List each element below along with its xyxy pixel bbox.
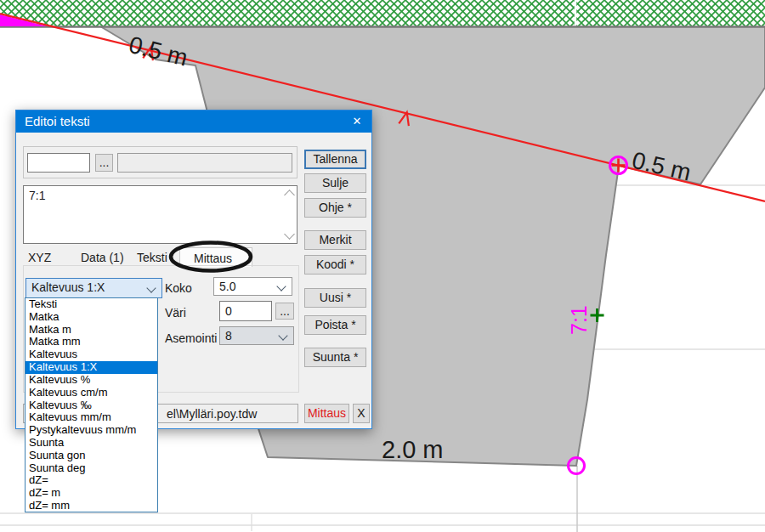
text-content-area[interactable]: 7:1 bbox=[23, 185, 298, 244]
merkit-button[interactable]: Merkit bbox=[304, 230, 366, 250]
koodi-button[interactable]: Koodi * bbox=[304, 255, 366, 274]
point-marker-circle-plus bbox=[610, 157, 627, 174]
id-input-value bbox=[28, 154, 89, 159]
tallenna-button[interactable]: Tallenna bbox=[304, 150, 366, 169]
uusi-button[interactable]: Uusi * bbox=[304, 288, 366, 308]
scroll-down-icon[interactable] bbox=[284, 229, 295, 240]
dropdown-option[interactable]: Matka bbox=[26, 311, 157, 324]
dim-label-ratio: 7:1 bbox=[567, 305, 591, 335]
dropdown-option[interactable]: Pystykaltevuus mm/m bbox=[26, 424, 157, 437]
poista-button[interactable]: Poista * bbox=[304, 315, 366, 335]
text-content-value: 7:1 bbox=[24, 186, 297, 205]
tab-xyz[interactable]: XYZ bbox=[23, 250, 81, 266]
dropdown-option[interactable]: Kaltevuus cm/m bbox=[26, 387, 157, 399]
tab-teksti[interactable]: Teksti bbox=[132, 250, 183, 266]
close-icon[interactable]: ✕ bbox=[343, 110, 371, 133]
ohje-button[interactable]: Ohje * bbox=[304, 198, 366, 218]
dropdown-option[interactable]: Teksti bbox=[26, 298, 157, 311]
dropdown-option[interactable]: Kaltevuus mm/m bbox=[26, 411, 157, 424]
dropdown-option[interactable]: Suunta bbox=[26, 437, 157, 450]
tab-data[interactable]: Data (1) bbox=[76, 250, 137, 266]
clear-button[interactable]: X bbox=[353, 404, 370, 423]
asemointi-label: Asemointi bbox=[165, 330, 217, 347]
dropdown-option[interactable]: dZ= m bbox=[26, 487, 157, 500]
vari-input[interactable]: 0 bbox=[219, 301, 272, 321]
dim-label-width-bottom: 2.0 m bbox=[382, 436, 444, 463]
dropdown-option[interactable]: Kaltevuus bbox=[26, 348, 157, 361]
dropdown-option[interactable]: dZ= bbox=[26, 474, 157, 487]
dialog-titlebar[interactable]: Editoi teksti ✕ bbox=[16, 110, 371, 133]
id-browse-button[interactable]: ... bbox=[95, 154, 113, 172]
sulje-button[interactable]: Sulje bbox=[304, 173, 366, 193]
dropdown-option[interactable]: Matka m bbox=[26, 324, 157, 337]
dropdown-option[interactable]: Kaltevuus % bbox=[26, 374, 157, 387]
asemointi-combobox[interactable]: 8 bbox=[219, 326, 294, 345]
name-readonly-field bbox=[117, 153, 292, 173]
suunta-button[interactable]: Suunta * bbox=[304, 348, 366, 367]
vari-value: 0 bbox=[220, 302, 271, 320]
dropdown-option[interactable]: Kaltevuus ‰ bbox=[26, 399, 157, 412]
dropdown-option[interactable]: Suunta deg bbox=[26, 462, 157, 475]
text-type-dropdown-list[interactable]: Teksti Matka Matka m Matka mm Kaltevuus … bbox=[25, 297, 158, 512]
dropdown-option[interactable]: Matka mm bbox=[26, 336, 157, 348]
tab-mittaus[interactable]: Mittaus bbox=[179, 247, 252, 267]
dropdown-option[interactable]: Suunta gon bbox=[26, 450, 157, 462]
dialog-title: Editoi teksti bbox=[25, 110, 90, 133]
mittaus-mode-button[interactable]: Mittaus bbox=[304, 404, 349, 423]
dropdown-option-selected[interactable]: Kaltevuus 1:X bbox=[26, 361, 157, 374]
text-type-value: Kaltevuus 1:X bbox=[26, 279, 162, 297]
dropdown-option[interactable]: dZ= mm bbox=[26, 500, 157, 512]
text-type-combobox[interactable]: Kaltevuus 1:X bbox=[26, 278, 162, 298]
hatch-band-pattern bbox=[0, 0, 765, 26]
vari-browse-button[interactable]: ... bbox=[275, 303, 294, 320]
koko-combobox[interactable]: 5.0 bbox=[213, 277, 292, 296]
koko-label: Koko bbox=[165, 280, 192, 297]
id-input[interactable] bbox=[27, 153, 90, 173]
vari-label: Väri bbox=[165, 304, 186, 321]
